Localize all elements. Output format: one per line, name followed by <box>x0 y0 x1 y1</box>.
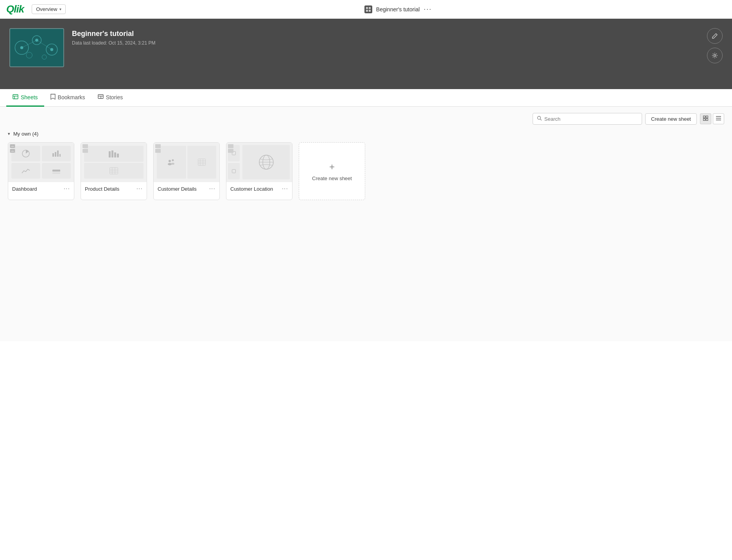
search-input[interactable] <box>544 116 638 122</box>
customer-card-name: Customer Details <box>158 186 197 192</box>
nav-app-title: Beginner's tutorial <box>376 6 420 13</box>
overview-dropdown[interactable]: Overview ▾ <box>32 4 66 14</box>
nav-more-button[interactable]: ··· <box>423 5 432 13</box>
stories-tab-label: Stories <box>106 94 123 100</box>
svg-rect-24 <box>703 116 705 118</box>
svg-line-23 <box>540 119 542 121</box>
svg-point-55 <box>171 163 174 165</box>
svg-point-10 <box>20 46 23 49</box>
svg-rect-34 <box>57 150 59 157</box>
dashboard-card-name: Dashboard <box>12 186 37 192</box>
search-icon <box>537 116 542 122</box>
svg-rect-32 <box>52 153 54 157</box>
svg-rect-36 <box>52 170 60 172</box>
view-toggle <box>700 113 724 124</box>
svg-rect-2 <box>366 10 368 12</box>
stories-tab-icon <box>98 94 104 100</box>
svg-rect-27 <box>706 119 708 121</box>
sheets-tab-icon <box>13 94 18 101</box>
edit-button[interactable] <box>707 28 723 44</box>
create-new-sheet-card[interactable]: + Create new sheet <box>299 142 365 200</box>
location-more-button[interactable]: ··· <box>282 185 288 192</box>
svg-point-11 <box>35 39 38 42</box>
bookmarks-tab-label: Bookmarks <box>58 94 85 100</box>
preview-cell <box>11 146 40 161</box>
create-plus-icon: + <box>329 161 335 172</box>
section-header: ▾ My own (4) <box>8 131 724 137</box>
svg-point-52 <box>169 160 171 162</box>
svg-point-15 <box>714 55 716 57</box>
svg-rect-35 <box>59 154 61 157</box>
app-icon <box>364 5 372 13</box>
location-preview <box>226 143 292 182</box>
chevron-down-icon: ▾ <box>59 7 61 11</box>
preview-block <box>84 163 144 179</box>
sheets-grid: Dashboard ··· <box>8 142 724 200</box>
svg-rect-63 <box>232 170 236 173</box>
sheet-card-customer-details[interactable]: Customer Details ··· <box>153 142 220 200</box>
svg-point-54 <box>168 163 172 165</box>
svg-rect-4 <box>11 29 63 66</box>
product-preview <box>81 143 147 182</box>
location-card-name: Customer Location <box>230 186 273 192</box>
svg-rect-26 <box>703 119 705 121</box>
svg-rect-3 <box>369 10 371 12</box>
hero-title: Beginner's tutorial <box>72 30 155 38</box>
qlik-logo: Qlik <box>6 3 24 15</box>
settings-button[interactable] <box>707 48 723 63</box>
tab-bookmarks[interactable]: Bookmarks <box>44 89 92 107</box>
svg-rect-16 <box>13 95 18 99</box>
sheets-tab-label: Sheets <box>21 94 38 100</box>
search-box[interactable] <box>533 113 642 125</box>
location-left-icon-bottom <box>228 163 240 179</box>
svg-rect-45 <box>117 154 119 157</box>
customer-more-button[interactable]: ··· <box>209 185 215 192</box>
preview-cell <box>42 163 71 179</box>
tabs-bar: Sheets Bookmarks Stories <box>0 89 732 107</box>
svg-point-53 <box>172 159 174 161</box>
preview-cell <box>42 146 71 161</box>
location-card-footer: Customer Location ··· <box>226 182 292 195</box>
hero-actions <box>707 28 723 63</box>
overview-label: Overview <box>36 6 57 12</box>
preview-block <box>84 146 144 162</box>
top-navigation: Qlik Overview ▾ Beginner's tutorial ··· <box>0 0 732 19</box>
svg-rect-0 <box>366 7 368 9</box>
svg-point-12 <box>50 48 54 51</box>
hero-section: Beginner's tutorial Data last loaded: Oc… <box>0 19 732 89</box>
create-card-label: Create new sheet <box>312 175 352 181</box>
svg-rect-37 <box>52 172 60 174</box>
svg-rect-38 <box>11 145 14 148</box>
app-thumbnail <box>9 28 64 67</box>
svg-rect-25 <box>706 116 708 118</box>
dashboard-card-footer: Dashboard ··· <box>8 182 74 195</box>
grid-view-button[interactable] <box>700 113 711 124</box>
sheet-card-product-details[interactable]: Product Details ··· <box>81 142 147 200</box>
content-toolbar: Create new sheet <box>8 113 724 125</box>
sheet-card-dashboard[interactable]: Dashboard ··· <box>8 142 74 200</box>
svg-rect-40 <box>11 150 14 152</box>
dashboard-preview <box>8 143 74 182</box>
svg-rect-44 <box>114 152 116 157</box>
svg-rect-42 <box>109 151 111 157</box>
create-new-sheet-button[interactable]: Create new sheet <box>645 113 697 125</box>
customer-preview <box>154 143 219 182</box>
tab-stories[interactable]: Stories <box>92 89 129 106</box>
bookmarks-tab-icon <box>50 94 56 101</box>
preview-cell <box>11 163 40 179</box>
list-view-button[interactable] <box>713 113 724 124</box>
section-chevron-icon: ▾ <box>8 131 10 136</box>
nav-center: Beginner's tutorial ··· <box>70 5 726 13</box>
svg-rect-1 <box>369 7 371 9</box>
product-card-footer: Product Details ··· <box>81 182 147 195</box>
product-card-name: Product Details <box>85 186 119 192</box>
tab-sheets[interactable]: Sheets <box>6 89 44 107</box>
product-more-button[interactable]: ··· <box>136 185 143 192</box>
globe-icon <box>242 145 290 179</box>
dashboard-more-button[interactable]: ··· <box>64 185 70 192</box>
svg-rect-43 <box>111 150 113 157</box>
svg-rect-33 <box>55 152 56 157</box>
hero-subtitle: Data last loaded: Oct 15, 2024, 3:21 PM <box>72 40 155 46</box>
section-label: My own (4) <box>13 131 38 137</box>
sheet-card-customer-location[interactable]: Customer Location ··· <box>226 142 292 200</box>
